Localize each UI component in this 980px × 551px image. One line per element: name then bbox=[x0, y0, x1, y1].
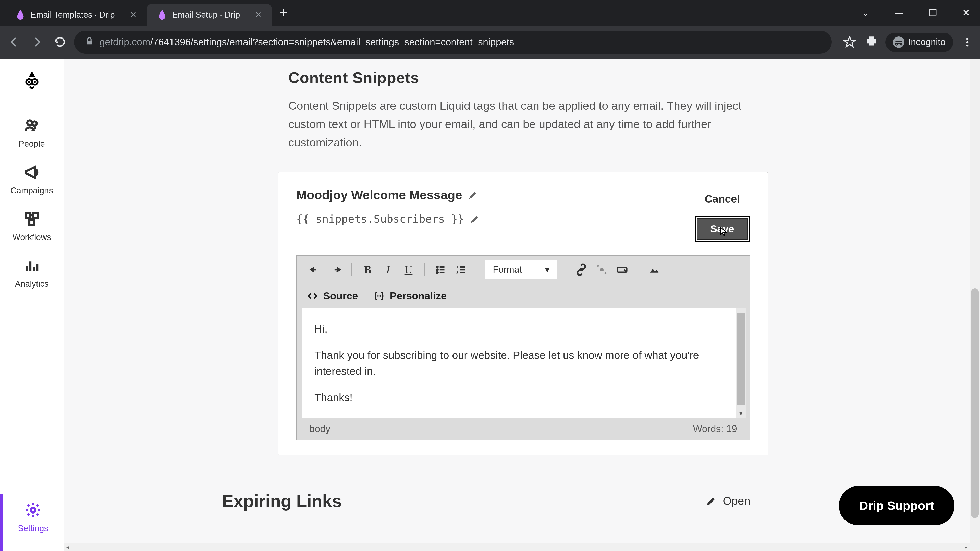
braces-icon bbox=[373, 290, 385, 302]
sidebar-item-people[interactable]: People bbox=[0, 110, 64, 156]
editor-footer: body Words: 19 bbox=[297, 418, 750, 440]
svg-point-6 bbox=[28, 81, 30, 83]
svg-rect-11 bbox=[33, 213, 38, 218]
scrollbar-track[interactable] bbox=[970, 59, 980, 551]
source-label: Source bbox=[323, 290, 358, 302]
drip-support-button[interactable]: Drip Support bbox=[839, 486, 955, 526]
svg-point-23 bbox=[380, 295, 381, 297]
scroll-right-icon[interactable]: ▸ bbox=[965, 544, 967, 550]
drip-logo[interactable] bbox=[22, 69, 42, 89]
sidebar-item-analytics[interactable]: Analytics bbox=[0, 250, 64, 297]
link-button[interactable] bbox=[573, 262, 590, 278]
browser-tab-email-templates[interactable]: Email Templates · Drip ✕ bbox=[5, 4, 147, 25]
horizontal-scrollbar[interactable]: ◂ ▸ bbox=[64, 543, 970, 551]
svg-point-8 bbox=[27, 121, 32, 125]
italic-button[interactable]: I bbox=[380, 262, 396, 278]
svg-point-21 bbox=[377, 295, 379, 297]
scroll-left-icon[interactable]: ◂ bbox=[66, 544, 69, 550]
editor-line: Hi, bbox=[314, 321, 732, 337]
drip-favicon bbox=[157, 10, 167, 20]
scroll-down-icon[interactable]: ▾ bbox=[738, 408, 744, 418]
scrollbar-thumb[interactable] bbox=[971, 288, 979, 518]
redo-button[interactable] bbox=[327, 262, 344, 278]
bold-button[interactable]: B bbox=[360, 262, 376, 278]
incognito-label: Incognito bbox=[908, 37, 945, 48]
numbered-list-button[interactable]: 123 bbox=[453, 262, 469, 278]
svg-point-16 bbox=[437, 272, 438, 273]
tab-search-icon[interactable]: ⌄ bbox=[856, 5, 874, 21]
svg-point-13 bbox=[30, 508, 35, 513]
url-path: /7641396/settings/email?section=snippets… bbox=[150, 37, 514, 48]
svg-text:3: 3 bbox=[456, 270, 458, 275]
personalize-label: Personalize bbox=[390, 290, 447, 302]
tab-close-icon[interactable]: ✕ bbox=[130, 10, 137, 19]
underline-button[interactable]: U bbox=[400, 262, 417, 278]
expiring-links-title: Expiring Links bbox=[222, 491, 342, 511]
drip-favicon bbox=[15, 10, 25, 20]
browser-tab-strip: Email Templates · Drip ✕ Email Setup · D… bbox=[0, 0, 980, 25]
sidebar-item-campaigns[interactable]: Campaigns bbox=[0, 156, 64, 203]
open-label: Open bbox=[723, 495, 750, 507]
svg-rect-12 bbox=[29, 221, 34, 225]
reload-button[interactable] bbox=[51, 33, 69, 51]
minimize-icon[interactable]: ― bbox=[889, 5, 908, 21]
format-dropdown[interactable]: Format ▾ bbox=[485, 260, 557, 279]
save-button-label: Save bbox=[710, 223, 734, 234]
close-window-icon[interactable]: ✕ bbox=[957, 5, 975, 21]
editor-scrollbar[interactable]: ▴ ▾ bbox=[736, 308, 746, 418]
editor-content-area[interactable]: Hi, Thank you for subscribing to our web… bbox=[302, 308, 745, 418]
snippet-tag: {{ snippets.Subscribers }} bbox=[296, 213, 464, 225]
section-title: Content Snippets bbox=[288, 69, 980, 86]
snippet-editor-card: Moodjoy Welcome Message {{ snippets.Subs… bbox=[278, 172, 768, 455]
main-content: Content Snippets Content Snippets are cu… bbox=[64, 59, 980, 551]
extensions-icon[interactable] bbox=[864, 35, 879, 50]
word-count: Words: 19 bbox=[693, 424, 737, 434]
incognito-icon bbox=[893, 37, 904, 48]
bookmark-icon[interactable] bbox=[842, 35, 857, 50]
analytics-icon bbox=[24, 257, 40, 274]
pencil-icon bbox=[706, 496, 716, 506]
button-insert[interactable] bbox=[614, 262, 630, 278]
incognito-badge[interactable]: Incognito bbox=[885, 33, 953, 52]
sidebar-item-label: Settings bbox=[18, 524, 48, 533]
sidebar-item-label: Workflows bbox=[13, 232, 51, 242]
new-tab-button[interactable]: + bbox=[272, 5, 295, 21]
pencil-icon[interactable] bbox=[470, 214, 479, 224]
tab-close-icon[interactable]: ✕ bbox=[255, 10, 262, 19]
save-button[interactable]: Save bbox=[697, 218, 748, 240]
snippet-name: Moodjoy Welcome Message bbox=[296, 188, 462, 202]
sidebar-item-settings[interactable]: Settings bbox=[0, 494, 64, 551]
snippet-tag-field[interactable]: {{ snippets.Subscribers }} bbox=[296, 213, 479, 228]
undo-button[interactable] bbox=[307, 262, 323, 278]
unlink-button[interactable] bbox=[593, 262, 610, 278]
image-button[interactable] bbox=[646, 262, 662, 278]
sidebar-item-workflows[interactable]: Workflows bbox=[0, 203, 64, 250]
snippet-name-field[interactable]: Moodjoy Welcome Message bbox=[296, 188, 477, 205]
workflow-icon bbox=[24, 211, 40, 227]
gear-icon bbox=[25, 502, 41, 518]
browser-tab-email-setup[interactable]: Email Setup · Drip ✕ bbox=[147, 4, 272, 25]
forward-button[interactable] bbox=[28, 33, 46, 51]
lock-icon bbox=[84, 36, 94, 48]
open-button[interactable]: Open bbox=[706, 495, 750, 507]
section-description: Content Snippets are custom Liquid tags … bbox=[288, 97, 753, 152]
editor-scrollbar-thumb[interactable] bbox=[737, 313, 745, 405]
kebab-menu-icon[interactable] bbox=[959, 35, 975, 50]
personalize-button[interactable]: Personalize bbox=[373, 290, 447, 302]
window-controls: ⌄ ― ❐ ✕ bbox=[856, 5, 975, 21]
svg-point-15 bbox=[437, 269, 438, 270]
address-bar[interactable]: getdrip.com/7641396/settings/email?secti… bbox=[74, 30, 832, 54]
cancel-button[interactable]: Cancel bbox=[694, 188, 750, 210]
editor-line: Thank you for subscribing to our website… bbox=[314, 347, 732, 380]
url-host: getdrip.com bbox=[100, 37, 150, 48]
bullet-list-button[interactable] bbox=[432, 262, 449, 278]
pencil-icon[interactable] bbox=[469, 191, 477, 200]
maximize-icon[interactable]: ❐ bbox=[924, 5, 942, 21]
svg-point-1 bbox=[966, 38, 968, 40]
editor-line: Thanks! bbox=[314, 389, 732, 406]
back-button[interactable] bbox=[5, 33, 23, 51]
svg-point-2 bbox=[966, 41, 968, 43]
source-button[interactable]: Source bbox=[307, 290, 358, 302]
sidebar-item-label: People bbox=[19, 139, 45, 149]
chevron-down-icon: ▾ bbox=[545, 264, 549, 275]
